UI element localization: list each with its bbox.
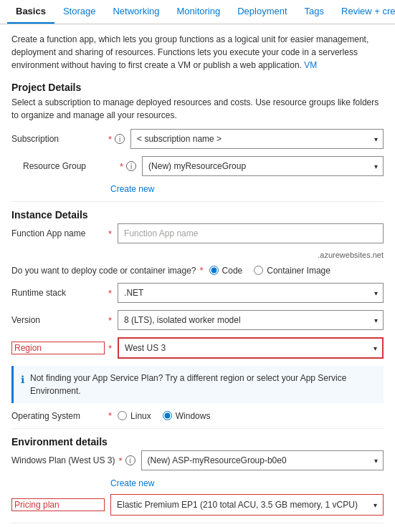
region-required: * [108,343,112,354]
region-select[interactable]: West US 3 [118,338,383,358]
tab-monitoring[interactable]: Monitoring [168,0,229,24]
runtime-stack-row: Runtime stack * .NET ▾ [11,283,384,303]
function-app-name-row: Function App name * [11,223,384,243]
version-label: Version [11,315,105,325]
vm-link[interactable]: VM [304,60,317,70]
windows-plan-select-wrap: (New) ASP-myResourceGroup-b0e0 ▾ [141,450,384,470]
code-radio[interactable] [209,266,219,275]
resource-group-info-icon[interactable]: i [126,161,136,171]
windows-plan-create-link[interactable]: Create new [110,478,154,488]
os-row: Operating System * Linux Windows [11,410,384,421]
subscription-info-icon[interactable]: i [115,134,125,144]
pricing-plan-select[interactable]: Elastic Premium EP1 (210 total ACU, 3.5 … [111,495,383,515]
version-select[interactable]: 8 (LTS), isolated worker model [118,310,384,330]
tab-basics[interactable]: Basics [7,0,54,24]
resource-group-select[interactable]: (New) myResourceGroup [142,156,384,176]
windows-plan-create-new: Create new [110,478,384,488]
region-info-text: Not finding your App Service Plan? Try a… [30,372,376,397]
function-app-name-input[interactable] [118,223,384,243]
function-app-name-required: * [108,228,112,239]
windows-plan-label: Windows Plan (West US 3) [11,455,115,465]
resource-group-create-new: Create new [110,183,384,194]
page-description: Create a function app, which lets you gr… [11,33,384,72]
tab-networking[interactable]: Networking [104,0,168,24]
instance-details-title: Instance Details [11,209,384,221]
windows-plan-info-icon[interactable]: i [125,455,135,465]
windows-plan-required: * [119,455,123,466]
code-label: Code [222,266,243,276]
os-options: Linux Windows [118,411,384,421]
subscription-required: * [108,134,112,145]
container-radio[interactable] [254,266,263,275]
windows-radio[interactable] [163,411,172,420]
subscription-row: Subscription * i < subscription name > ▾ [11,129,384,149]
runtime-stack-label: Runtime stack [11,288,105,298]
region-info-icon: ℹ [21,372,24,387]
os-label: Operating System [11,411,105,421]
region-info-box: ℹ Not finding your App Service Plan? Try… [11,366,384,403]
tab-storage[interactable]: Storage [54,0,105,24]
pricing-plan-row: Pricing plan Elastic Premium EP1 (210 to… [11,494,384,516]
subscription-label: Subscription [11,134,105,144]
deploy-type-required: * [200,265,204,276]
tabs-bar: Basics Storage Networking Monitoring Dep… [0,0,395,24]
region-row: Region * West US 3 ▾ [11,337,384,359]
region-label: Region [11,342,105,354]
runtime-stack-required: * [108,288,112,299]
resource-group-select-wrap: (New) myResourceGroup ▾ [142,156,384,176]
version-required: * [108,315,112,326]
deploy-type-row: Do you want to deploy code or container … [11,265,384,276]
pricing-plan-select-wrap: Elastic Premium EP1 (210 total ACU, 3.5 … [110,494,384,516]
deploy-type-options: Code Container Image [209,266,384,276]
windows-plan-select[interactable]: (New) ASP-myResourceGroup-b0e0 [141,450,384,470]
function-app-name-label: Function App name [11,228,105,238]
project-details-title: Project Details [11,82,384,93]
version-select-wrap: 8 (LTS), isolated worker model ▾ [118,310,384,330]
code-option[interactable]: Code [209,266,243,276]
linux-label: Linux [130,411,151,421]
subscription-select[interactable]: < subscription name > [130,129,384,149]
tab-tags[interactable]: Tags [296,0,333,24]
runtime-stack-select-wrap: .NET ▾ [118,283,384,303]
container-label: Container Image [267,266,330,276]
subscription-select-wrap: < subscription name > ▾ [130,129,384,149]
azure-suffix: .azurewebsites.net [110,251,384,259]
windows-option[interactable]: Windows [163,411,211,421]
pricing-plan-label: Pricing plan [11,498,105,511]
linux-option[interactable]: Linux [118,411,151,421]
region-select-wrap: West US 3 ▾ [118,337,384,359]
env-details-title: Environment details [11,436,384,448]
windows-label: Windows [176,411,211,421]
resource-group-row: Resource Group * i (New) myResourceGroup… [11,156,384,176]
resource-group-required: * [120,161,123,172]
project-details-desc: Select a subscription to manage deployed… [11,96,384,122]
resource-group-label: Resource Group [23,161,116,171]
tab-deployment[interactable]: Deployment [229,0,295,24]
container-option[interactable]: Container Image [254,266,330,276]
windows-plan-row: Windows Plan (West US 3) * i (New) ASP-m… [11,450,384,470]
os-required: * [108,410,112,421]
resource-group-create-link[interactable]: Create new [110,184,154,194]
deploy-type-label: Do you want to deploy code or container … [11,266,196,276]
version-row: Version * 8 (LTS), isolated worker model… [11,310,384,330]
linux-radio[interactable] [118,411,127,420]
runtime-stack-select[interactable]: .NET [118,283,384,303]
tab-review-create[interactable]: Review + create [333,0,395,24]
